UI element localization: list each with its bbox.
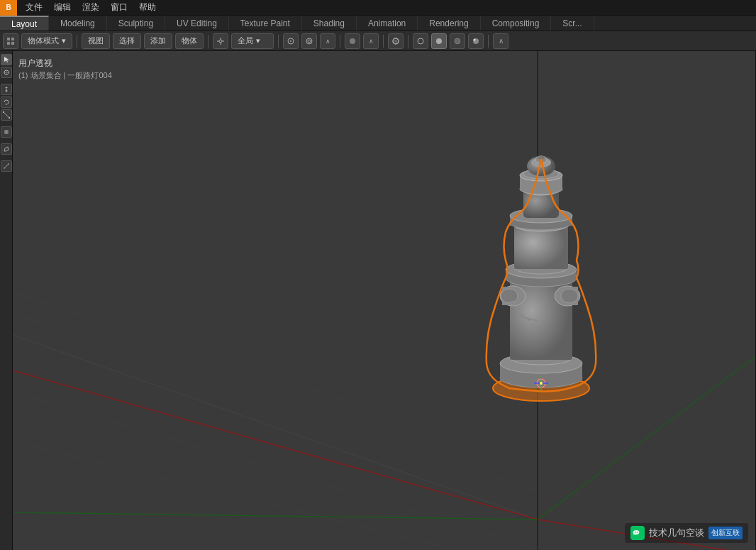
svg-point-85: [537, 379, 545, 387]
tab-texture-paint[interactable]: Texture Paint: [229, 16, 302, 31]
add-btn[interactable]: 添加: [144, 33, 172, 49]
view-settings-icon[interactable]: ∧: [493, 33, 508, 49]
menu-edit[interactable]: 编辑: [48, 0, 77, 15]
svg-point-13: [350, 38, 355, 44]
svg-point-82: [531, 158, 551, 167]
select-btn[interactable]: 选择: [113, 33, 141, 49]
svg-point-28: [6, 131, 7, 133]
tab-uv-editing[interactable]: UV Editing: [165, 16, 229, 31]
rendered-icon[interactable]: [468, 33, 484, 49]
svg-point-79: [520, 170, 562, 181]
global-dropdown[interactable]: 全局 ▾: [231, 33, 274, 49]
svg-line-24: [4, 112, 9, 118]
main-area: 用户透视 (1) 场景集合 | 一般路灯004 技术几句空谈 创新互联: [0, 51, 756, 550]
svg-point-74: [510, 209, 572, 223]
svg-point-17: [436, 38, 442, 44]
menu-file[interactable]: 文件: [20, 0, 48, 15]
xray-icon[interactable]: [388, 33, 404, 49]
tab-layout[interactable]: Layout: [0, 16, 49, 31]
transform-tool[interactable]: [1, 126, 12, 138]
svg-point-18: [455, 38, 460, 44]
svg-point-56: [506, 270, 577, 287]
logo-badge: 创新互联: [708, 527, 743, 539]
svg-rect-3: [11, 42, 14, 45]
sep2: [208, 35, 209, 48]
material-preview-icon[interactable]: [450, 33, 465, 49]
svg-line-37: [538, 264, 755, 477]
overlay-icon[interactable]: [345, 33, 360, 49]
tab-compositing[interactable]: Compositing: [481, 16, 552, 31]
blender-logo[interactable]: B: [0, 0, 17, 16]
menu-window[interactable]: 窗口: [105, 0, 133, 15]
svg-rect-73: [510, 216, 572, 226]
menu-help[interactable]: 帮助: [133, 0, 162, 15]
svg-line-36: [13, 441, 538, 550]
svg-point-58: [506, 261, 577, 278]
proportional-edit-icon[interactable]: [301, 33, 317, 49]
svg-point-81: [527, 156, 555, 176]
svg-rect-25: [3, 111, 4, 113]
svg-rect-1: [11, 38, 14, 40]
svg-line-39: [538, 335, 755, 512]
svg-point-72: [510, 216, 572, 230]
tab-rendering[interactable]: Rendering: [418, 16, 480, 31]
svg-point-62: [500, 286, 526, 306]
tab-animation[interactable]: Animation: [357, 16, 418, 31]
svg-point-89: [540, 382, 543, 385]
svg-line-40: [538, 370, 755, 534]
scale-tool[interactable]: [1, 109, 12, 121]
tab-sculpting[interactable]: Sculpting: [107, 16, 165, 31]
watermark: 技术几句空谈 创新互联: [625, 523, 748, 543]
svg-point-91: [637, 532, 638, 533]
tab-modeling[interactable]: Modeling: [49, 16, 107, 31]
wireframe-icon[interactable]: [413, 33, 428, 49]
svg-rect-63: [502, 287, 518, 305]
snap-icon[interactable]: [283, 33, 299, 49]
tab-bar: Layout Modeling Sculpting UV Editing Tex…: [0, 16, 756, 31]
tab-scripting[interactable]: Scr...: [551, 16, 594, 31]
svg-rect-70: [562, 287, 578, 305]
measure-tool[interactable]: [1, 160, 12, 172]
svg-point-66: [515, 307, 518, 309]
annotate-tool[interactable]: [1, 143, 12, 155]
svg-point-83: [535, 156, 547, 163]
sep4: [340, 35, 340, 48]
svg-line-38: [538, 299, 755, 498]
transform-icon[interactable]: [213, 33, 228, 49]
mode-icon[interactable]: [3, 33, 18, 49]
viewport-canvas: [13, 51, 755, 550]
viewport[interactable]: 用户透视 (1) 场景集合 | 一般路灯004 技术几句空谈 创新互联: [13, 51, 755, 550]
overlay-dropdown-icon[interactable]: ∧: [363, 33, 379, 49]
svg-point-20: [474, 38, 476, 40]
svg-point-15: [394, 40, 397, 43]
svg-rect-51: [500, 363, 582, 381]
scene-label: (1) 场景集合 | 一般路灯004: [18, 70, 112, 82]
move-tool[interactable]: [1, 84, 12, 95]
persp-label: 用户透视: [18, 57, 112, 70]
object-btn[interactable]: 物体: [175, 33, 204, 49]
svg-point-84: [538, 155, 545, 160]
menu-render[interactable]: 渲染: [77, 0, 105, 15]
view-btn[interactable]: 视图: [82, 33, 110, 49]
svg-point-49: [493, 375, 589, 401]
svg-point-76: [523, 184, 559, 195]
svg-rect-26: [9, 117, 10, 119]
svg-line-32: [13, 335, 538, 519]
rotate-tool[interactable]: [1, 97, 12, 108]
select-tool[interactable]: [1, 54, 12, 65]
wechat-icon: [630, 526, 645, 540]
sep3: [278, 35, 279, 48]
svg-point-12: [308, 40, 311, 43]
mode-dropdown-arrow: ▾: [62, 36, 66, 45]
viewport-info: 用户透视 (1) 场景集合 | 一般路灯004: [18, 57, 112, 82]
mode-dropdown[interactable]: 物体模式 ▾: [21, 33, 72, 49]
tab-shading[interactable]: Shading: [302, 16, 357, 31]
svg-point-55: [510, 271, 572, 285]
top-menu-bar: B 文件 编辑 渲染 窗口 帮助: [0, 0, 756, 16]
svg-line-47: [538, 356, 755, 519]
cursor-tool[interactable]: [1, 67, 12, 78]
solid-shading-icon[interactable]: [431, 33, 447, 49]
svg-point-16: [418, 38, 423, 44]
sep6: [408, 35, 408, 48]
proportional-mode-icon[interactable]: ∧: [320, 33, 335, 49]
